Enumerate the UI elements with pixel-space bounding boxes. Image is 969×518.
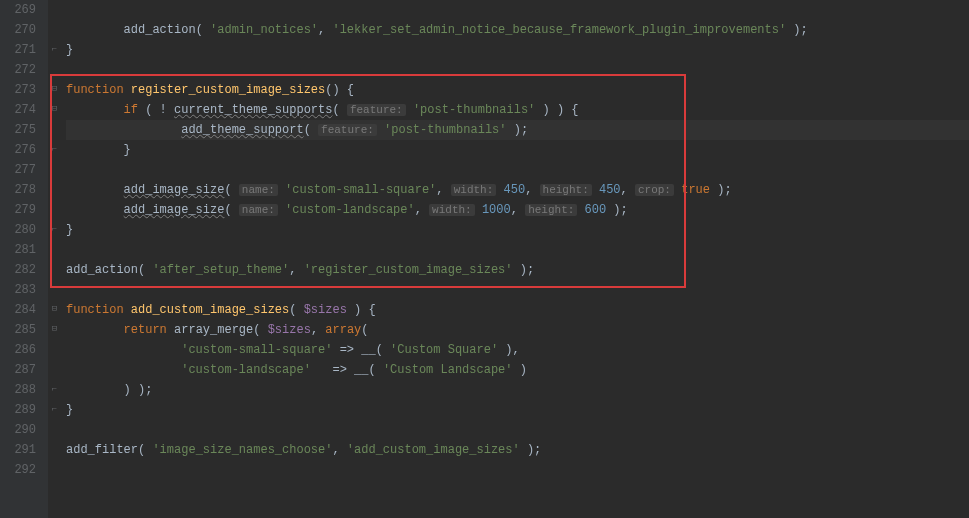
- code-line[interactable]: return array_merge( $sizes, array(: [66, 320, 969, 340]
- token-fn-call: add_theme_support: [181, 123, 303, 137]
- line-number[interactable]: 270: [8, 20, 36, 40]
- code-line[interactable]: }: [66, 140, 969, 160]
- code-line[interactable]: add_filter( 'image_size_names_choose', '…: [66, 440, 969, 460]
- code-line[interactable]: [66, 0, 969, 20]
- code-line[interactable]: [66, 420, 969, 440]
- token-punct: =>: [311, 363, 354, 377]
- line-number[interactable]: 269: [8, 0, 36, 20]
- code-line[interactable]: 'custom-landscape' => __( 'Custom Landsc…: [66, 360, 969, 380]
- token-str: 'add_custom_image_sizes': [347, 443, 520, 457]
- fold-open-icon[interactable]: ⊟: [50, 305, 59, 314]
- fold-close-icon[interactable]: ⌐: [50, 405, 59, 414]
- line-number[interactable]: 279: [8, 200, 36, 220]
- code-line[interactable]: [66, 460, 969, 480]
- fold-open-icon[interactable]: ⊟: [50, 325, 59, 334]
- code-line[interactable]: }: [66, 40, 969, 60]
- line-number[interactable]: 287: [8, 360, 36, 380]
- token-punct: [475, 203, 482, 217]
- token-punct: (: [376, 343, 390, 357]
- line-number-gutter[interactable]: 2692702712722732742752762772782792802812…: [0, 0, 48, 518]
- token-param-hint: feature:: [318, 124, 377, 136]
- fold-open-icon[interactable]: ⊟: [50, 85, 59, 94]
- token-str: 'custom-small-square': [285, 183, 436, 197]
- token-kw: array: [325, 323, 361, 337]
- line-number[interactable]: 275: [8, 120, 36, 140]
- line-number[interactable]: 285: [8, 320, 36, 340]
- code-line[interactable]: [66, 240, 969, 260]
- token-param-hint: feature:: [347, 104, 406, 116]
- code-line[interactable]: ) );: [66, 380, 969, 400]
- code-line[interactable]: function add_custom_image_sizes( $sizes …: [66, 300, 969, 320]
- code-line[interactable]: add_action( 'after_setup_theme', 'regist…: [66, 260, 969, 280]
- line-number[interactable]: 290: [8, 420, 36, 440]
- line-number[interactable]: 272: [8, 60, 36, 80]
- token-punct: }: [66, 43, 73, 57]
- token-punct: ),: [498, 343, 520, 357]
- code-line[interactable]: }: [66, 220, 969, 240]
- code-line[interactable]: }: [66, 400, 969, 420]
- line-number[interactable]: 274: [8, 100, 36, 120]
- token-punct: ) );: [124, 383, 153, 397]
- fold-close-icon[interactable]: ⌐: [50, 45, 59, 54]
- token-punct: ,: [415, 203, 429, 217]
- line-number[interactable]: 292: [8, 460, 36, 480]
- token-str: 'after_setup_theme': [152, 263, 289, 277]
- token-punct: );: [506, 123, 528, 137]
- token-param-hint: width:: [429, 204, 475, 216]
- code-line[interactable]: add_action( 'admin_notices', 'lekker_set…: [66, 20, 969, 40]
- fold-column[interactable]: ⌐⊟⊟⌐⌐⊟⊟⌐⌐: [48, 0, 62, 518]
- line-number[interactable]: 271: [8, 40, 36, 60]
- line-number[interactable]: 291: [8, 440, 36, 460]
- token-punct: ,: [525, 183, 539, 197]
- line-number[interactable]: 288: [8, 380, 36, 400]
- code-line[interactable]: 'custom-small-square' => __( 'Custom Squ…: [66, 340, 969, 360]
- line-number[interactable]: 281: [8, 240, 36, 260]
- token-str: 'admin_notices': [210, 23, 318, 37]
- line-number[interactable]: 278: [8, 180, 36, 200]
- token-punct: }: [66, 403, 73, 417]
- token-num: 450: [599, 183, 621, 197]
- token-fn-call: add_action: [124, 23, 196, 37]
- token-fn-call: add_image_size: [124, 183, 225, 197]
- line-number[interactable]: 277: [8, 160, 36, 180]
- fold-open-icon[interactable]: ⊟: [50, 105, 59, 114]
- fold-close-icon[interactable]: ⌐: [50, 225, 59, 234]
- line-number[interactable]: 282: [8, 260, 36, 280]
- line-number[interactable]: 286: [8, 340, 36, 360]
- token-punct: ): [513, 363, 527, 377]
- line-number[interactable]: 289: [8, 400, 36, 420]
- token-var: $sizes: [304, 303, 347, 317]
- code-line[interactable]: add_image_size( name: 'custom-small-squa…: [66, 180, 969, 200]
- token-fn-call: add_image_size: [124, 203, 225, 217]
- token-kw: if: [124, 103, 146, 117]
- code-line[interactable]: if ( ! current_theme_supports( feature: …: [66, 100, 969, 120]
- token-punct: [496, 183, 503, 197]
- token-str: 'Custom Square': [390, 343, 498, 357]
- code-area[interactable]: add_action( 'admin_notices', 'lekker_set…: [62, 0, 969, 518]
- code-line[interactable]: add_theme_support( feature: 'post-thumbn…: [66, 120, 969, 140]
- code-line[interactable]: add_image_size( name: 'custom-landscape'…: [66, 200, 969, 220]
- token-punct: (: [304, 123, 318, 137]
- line-number[interactable]: 276: [8, 140, 36, 160]
- code-line[interactable]: function register_custom_image_sizes() {: [66, 80, 969, 100]
- fold-close-icon[interactable]: ⌐: [50, 145, 59, 154]
- token-str: 'Custom Landscape': [383, 363, 513, 377]
- code-editor[interactable]: 2692702712722732742752762772782792802812…: [0, 0, 969, 518]
- token-str: 'custom-landscape': [181, 363, 311, 377]
- token-num: 1000: [482, 203, 511, 217]
- line-number[interactable]: 280: [8, 220, 36, 240]
- token-punct: (: [361, 323, 368, 337]
- token-fn-call: current_theme_supports: [174, 103, 332, 117]
- line-number[interactable]: 284: [8, 300, 36, 320]
- line-number[interactable]: 283: [8, 280, 36, 300]
- token-punct: (: [224, 183, 238, 197]
- line-number[interactable]: 273: [8, 80, 36, 100]
- code-line[interactable]: [66, 160, 969, 180]
- code-line[interactable]: [66, 60, 969, 80]
- token-punct: );: [513, 263, 535, 277]
- token-kw: function: [66, 83, 131, 97]
- fold-close-icon[interactable]: ⌐: [50, 385, 59, 394]
- token-punct: () {: [325, 83, 354, 97]
- code-line[interactable]: [66, 280, 969, 300]
- token-param-hint: height:: [540, 184, 592, 196]
